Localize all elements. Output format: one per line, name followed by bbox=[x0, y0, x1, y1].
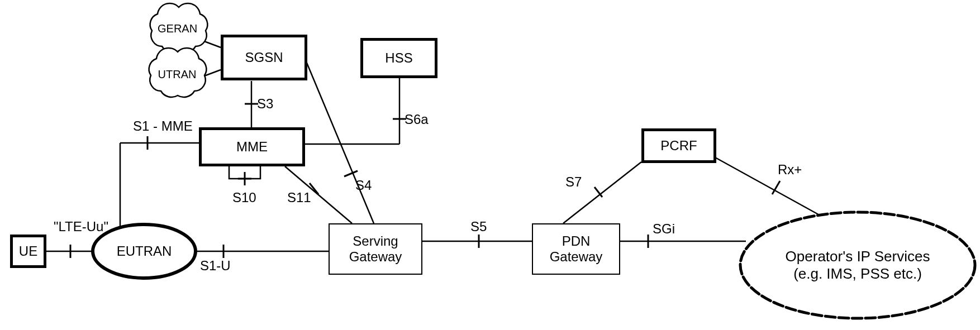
sgi-link-label: SGi bbox=[653, 221, 675, 237]
s5-link-label: S5 bbox=[470, 219, 487, 235]
operator-services-node: Operator's IP Services (e.g. IMS, PSS et… bbox=[740, 240, 975, 290]
utran-label: UTRAN bbox=[158, 68, 197, 80]
network-architecture-diagram: UE EUTRAN GERAN UTRAN SGSN MME HSS Servi… bbox=[0, 0, 980, 330]
hss-node: HSS bbox=[360, 38, 437, 78]
hss-label: HSS bbox=[385, 50, 412, 66]
s1-u-link-label: S1-U bbox=[200, 258, 231, 274]
s10-link-label: S10 bbox=[232, 190, 256, 205]
utran-cloud: UTRAN bbox=[156, 68, 198, 81]
s11-link-label: S11 bbox=[287, 190, 311, 205]
mme-node: MME bbox=[199, 127, 305, 166]
operator-services-label: Operator's IP Services (e.g. IMS, PSS et… bbox=[786, 248, 930, 283]
s3-link-label: S3 bbox=[257, 96, 273, 112]
s6a-link-label: S6a bbox=[405, 112, 429, 127]
rx-link-label: Rx+ bbox=[778, 162, 802, 178]
geran-label: GERAN bbox=[158, 22, 197, 35]
pcrf-label: PCRF bbox=[660, 138, 697, 154]
s1-mme-link-label: S1 - MME bbox=[133, 118, 193, 134]
s4-link-label: S4 bbox=[355, 178, 372, 193]
pdn-gateway-label: PDN Gateway bbox=[550, 233, 603, 264]
mme-label: MME bbox=[236, 139, 268, 155]
geran-cloud: GERAN bbox=[158, 22, 197, 35]
s7-link-label: S7 bbox=[565, 174, 582, 190]
sgsn-node: SGSN bbox=[221, 35, 307, 80]
ue-node: UE bbox=[10, 235, 46, 268]
lte-uu-link-label: "LTE-Uu" bbox=[54, 219, 108, 235]
eutran-label: EUTRAN bbox=[117, 243, 172, 259]
pdn-gateway-node: PDN Gateway bbox=[532, 223, 620, 275]
pcrf-node: PCRF bbox=[641, 128, 716, 163]
sgsn-label: SGSN bbox=[245, 50, 283, 65]
ue-label: UE bbox=[19, 243, 37, 259]
serving-gateway-node: Serving Gateway bbox=[329, 223, 422, 275]
serving-gateway-label: Serving Gateway bbox=[349, 233, 402, 264]
